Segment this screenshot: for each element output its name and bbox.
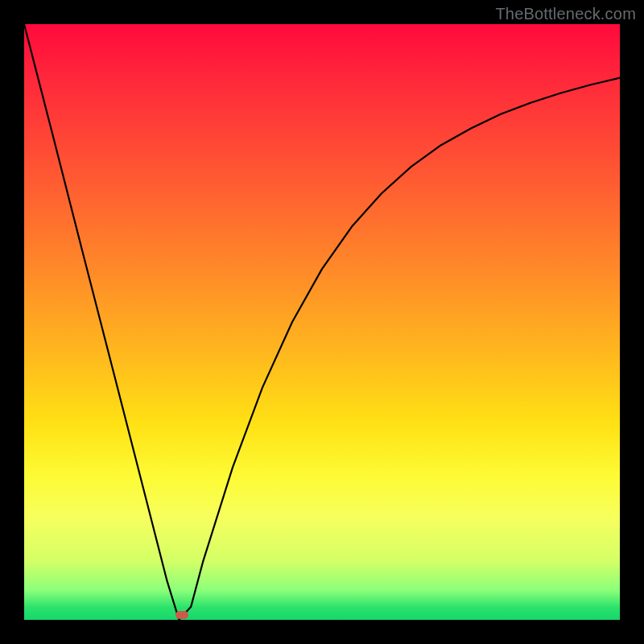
watermark: TheBottleneck.com bbox=[495, 5, 636, 23]
plot-area bbox=[24, 24, 620, 620]
bottleneck-curve bbox=[24, 24, 620, 620]
optimum-marker bbox=[175, 611, 188, 619]
chart-frame: TheBottleneck.com bbox=[0, 0, 644, 644]
curve-layer bbox=[24, 24, 620, 620]
